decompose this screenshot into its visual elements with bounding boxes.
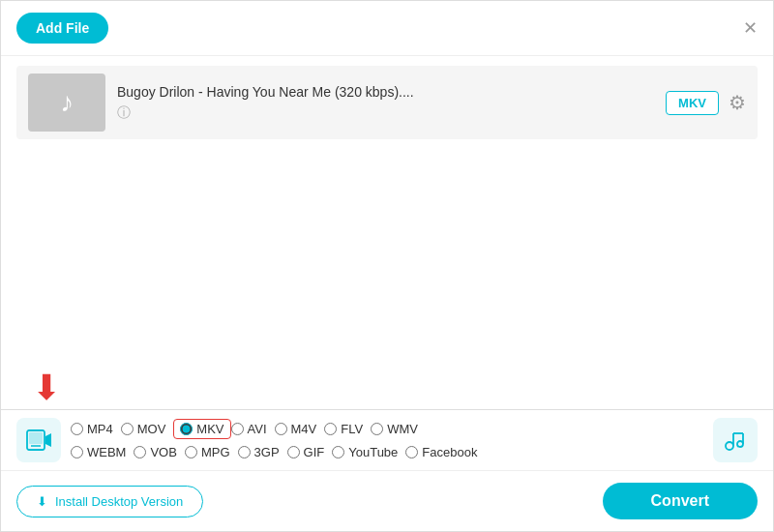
format-radio-wmv[interactable] [371, 423, 383, 435]
format-option-avi[interactable]: AVI [231, 420, 275, 438]
file-list: ♪ Bugoy Drilon - Having You Near Me (320… [1, 56, 773, 149]
bottom-section: MP4 MOV MKV AVI M4V [1, 409, 773, 531]
svg-point-5 [737, 441, 743, 447]
format-radio-mov[interactable] [121, 423, 134, 435]
format-radio-gif[interactable] [287, 446, 300, 458]
format-label-webm: WEBM [87, 445, 126, 459]
format-label-wmv: WMV [387, 422, 418, 436]
format-radio-facebook[interactable] [405, 446, 418, 458]
format-label-avi: AVI [248, 422, 267, 436]
format-badge[interactable]: MKV [666, 91, 719, 115]
file-thumbnail: ♪ [28, 74, 105, 132]
arrow-area: ⬇ [32, 370, 61, 405]
format-label-facebook: Facebook [422, 445, 477, 459]
music-icon: ♪ [60, 87, 74, 118]
format-option-facebook[interactable]: Facebook [405, 443, 485, 461]
format-label-vob: VOB [150, 445, 176, 459]
format-radio-3gp[interactable] [238, 446, 251, 458]
format-label-mpg: MPG [201, 445, 230, 459]
format-label-gif: GIF [304, 445, 325, 459]
format-option-m4v[interactable]: M4V [275, 420, 325, 438]
format-label-youtube: YouTube [348, 445, 398, 459]
format-option-3gp[interactable]: 3GP [238, 443, 287, 461]
file-info: Bugoy Drilon - Having You Near Me (320 k… [117, 84, 654, 122]
svg-marker-3 [45, 433, 51, 447]
format-radio-mkv[interactable] [180, 423, 193, 435]
info-icon[interactable]: ⓘ [117, 104, 131, 120]
bottom-action-bar: ⬇ Install Desktop Version Convert [1, 470, 773, 531]
format-radio-vob[interactable] [134, 446, 146, 458]
install-desktop-button[interactable]: ⬇ Install Desktop Version [16, 486, 203, 517]
format-row-1: MP4 MOV MKV AVI M4V [71, 419, 703, 439]
install-desktop-label: Install Desktop Version [55, 494, 183, 509]
format-option-vob[interactable]: VOB [134, 443, 184, 461]
format-option-mp4[interactable]: MP4 [71, 420, 121, 438]
format-option-gif[interactable]: GIF [287, 443, 333, 461]
video-icon [26, 429, 51, 451]
svg-point-4 [726, 442, 733, 450]
format-option-mkv[interactable]: MKV [173, 419, 230, 439]
format-option-webm[interactable]: WEBM [71, 443, 134, 461]
format-option-mov[interactable]: MOV [121, 420, 174, 438]
add-file-button[interactable]: Add File [16, 13, 108, 44]
format-radio-mpg[interactable] [185, 446, 197, 458]
format-selector-area: MP4 MOV MKV AVI M4V [1, 409, 773, 470]
format-radio-flv[interactable] [324, 423, 337, 435]
settings-icon[interactable]: ⚙ [729, 91, 746, 114]
format-option-flv[interactable]: FLV [324, 420, 371, 438]
format-label-flv: FLV [341, 422, 363, 436]
format-option-youtube[interactable]: YouTube [332, 443, 405, 461]
format-label-mkv: MKV [196, 422, 223, 436]
format-label-m4v: M4V [291, 422, 317, 436]
svg-rect-1 [29, 432, 43, 444]
file-name: Bugoy Drilon - Having You Near Me (320 k… [117, 84, 654, 100]
audio-icon [724, 429, 747, 452]
formats-container: MP4 MOV MKV AVI M4V [71, 419, 703, 461]
format-radio-mp4[interactable] [71, 423, 83, 435]
format-radio-m4v[interactable] [275, 423, 287, 435]
file-actions: MKV ⚙ [666, 91, 746, 115]
format-option-wmv[interactable]: WMV [371, 420, 426, 438]
format-option-mpg[interactable]: MPG [185, 443, 238, 461]
close-button[interactable]: ✕ [743, 19, 758, 37]
format-radio-webm[interactable] [71, 446, 83, 458]
audio-format-icon-box[interactable] [713, 418, 758, 462]
video-format-icon-box[interactable] [16, 418, 61, 462]
format-label-mp4: MP4 [87, 422, 113, 436]
file-item: ♪ Bugoy Drilon - Having You Near Me (320… [16, 66, 758, 139]
convert-button[interactable]: Convert [603, 483, 758, 519]
format-label-mov: MOV [137, 422, 166, 436]
format-row-2: WEBM VOB MPG 3GP GIF [71, 443, 703, 461]
format-radio-avi[interactable] [231, 423, 244, 435]
top-bar: Add File ✕ [1, 1, 773, 56]
download-icon: ⬇ [37, 494, 47, 509]
format-radio-youtube[interactable] [332, 446, 344, 458]
down-arrow-icon: ⬇ [32, 370, 61, 405]
format-label-3gp: 3GP [254, 445, 280, 459]
